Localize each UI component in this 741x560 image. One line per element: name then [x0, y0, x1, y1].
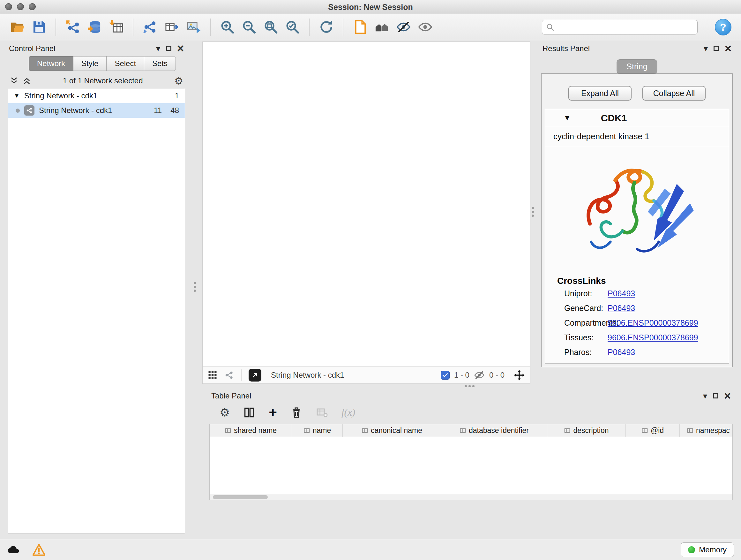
- vertical-splitter-handle[interactable]: [532, 207, 534, 217]
- column-header-name[interactable]: name: [292, 424, 343, 437]
- tab-string[interactable]: String: [616, 59, 657, 74]
- close-window-button[interactable]: [5, 3, 12, 10]
- toggle-glass-effect-button[interactable]: [394, 17, 413, 37]
- status-bar: Memory: [0, 539, 741, 560]
- panel-menu-icon[interactable]: ▾: [703, 392, 707, 400]
- gear-icon[interactable]: ⚙: [174, 76, 183, 86]
- hidden-eye-slash-icon[interactable]: [474, 370, 485, 381]
- panel-close-icon[interactable]: ×: [725, 44, 731, 53]
- crosslinks-title: CrossLinks: [545, 276, 729, 286]
- control-panel-tabs: NetworkStyleSelectSets: [29, 56, 189, 71]
- control-panel: Control Panel ▾ × NetworkStyleSelectSets…: [4, 42, 189, 537]
- zoom-fit-icon: [263, 19, 278, 35]
- column-header-shared-name[interactable]: shared name: [210, 424, 292, 437]
- zoom-out-icon: [242, 19, 257, 35]
- toggle-labels-button[interactable]: [415, 17, 434, 37]
- expand-all-button[interactable]: Expand All: [568, 86, 631, 101]
- scrollbar-thumb[interactable]: [213, 495, 268, 499]
- zoom-out-button[interactable]: [239, 17, 259, 37]
- horizontal-splitter-handle[interactable]: [465, 385, 475, 387]
- table-settings-gear-icon[interactable]: ⚙: [219, 407, 230, 418]
- table-toolbar: ⚙ + f(x): [206, 403, 736, 424]
- crosslink-link[interactable]: P06493: [608, 289, 635, 298]
- grid-view-icon[interactable]: [208, 370, 217, 380]
- minimize-window-button[interactable]: [17, 3, 24, 10]
- warning-icon[interactable]: [32, 544, 45, 556]
- home-button[interactable]: [372, 17, 391, 37]
- network-label: String Network - cdk1: [39, 106, 145, 115]
- control-panel-title: Control Panel: [9, 44, 153, 53]
- protein-section-header[interactable]: ▼ CDK1: [545, 109, 729, 127]
- refresh-view-button[interactable]: [317, 17, 336, 37]
- import-table-file-button[interactable]: [107, 17, 126, 37]
- toolbar-separator: [343, 18, 343, 36]
- protein-structure-image: [573, 151, 701, 272]
- collapse-all-button[interactable]: Collapse All: [643, 86, 705, 101]
- tab-select[interactable]: Select: [107, 56, 144, 71]
- selected-checkbox[interactable]: [441, 371, 450, 380]
- panel-float-icon[interactable]: [166, 46, 172, 51]
- section-caret-icon[interactable]: ▼: [563, 114, 571, 122]
- pan-move-icon[interactable]: [514, 369, 525, 381]
- zoom-in-button[interactable]: [218, 17, 237, 37]
- export-table-button[interactable]: [162, 17, 181, 37]
- network-collection-row[interactable]: ▼ String Network - cdk1 1: [8, 88, 185, 103]
- network-arrows-icon: [143, 19, 158, 35]
- table-horizontal-scrollbar[interactable]: [210, 494, 732, 500]
- panel-menu-icon[interactable]: ▾: [156, 44, 160, 53]
- column-header-description[interactable]: description: [547, 424, 626, 437]
- crosslink-link[interactable]: 9606.ENSP00000378699: [608, 318, 698, 327]
- column-header-database-identifier[interactable]: database identifier: [441, 424, 547, 437]
- panel-float-icon[interactable]: [713, 393, 718, 398]
- crosslink-row: GeneCard:P06493: [545, 301, 729, 315]
- memory-button[interactable]: Memory: [681, 543, 734, 557]
- cloud-icon[interactable]: [7, 545, 20, 555]
- collapse-all-icon[interactable]: [10, 76, 18, 85]
- add-column-button[interactable]: +: [269, 406, 277, 420]
- share-network-icon[interactable]: [224, 370, 234, 380]
- panel-menu-icon[interactable]: ▾: [704, 44, 708, 53]
- open-session-button[interactable]: [8, 17, 27, 37]
- search-icon: [546, 23, 554, 31]
- show-columns-icon[interactable]: [243, 407, 255, 419]
- column-header-label: database identifier: [469, 426, 529, 435]
- maximize-window-button[interactable]: [29, 3, 36, 10]
- open-in-new-window-button[interactable]: [249, 369, 261, 381]
- vertical-splitter-handle[interactable]: [194, 282, 196, 292]
- document-icon: [353, 19, 367, 35]
- tab-style[interactable]: Style: [73, 56, 107, 71]
- search-box[interactable]: [542, 20, 697, 35]
- new-network-from-selection-button[interactable]: [140, 17, 159, 37]
- panel-close-icon[interactable]: ×: [724, 391, 731, 401]
- column-type-icon: [687, 427, 693, 434]
- import-network-database-button[interactable]: [85, 17, 104, 37]
- crosslink-link[interactable]: P06493: [608, 348, 635, 357]
- panel-close-icon[interactable]: ×: [177, 44, 184, 53]
- network-view[interactable]: String Network - cdk1 1 - 0 0 - 0: [202, 42, 530, 384]
- footer-separator: [241, 369, 242, 381]
- crosslink-link[interactable]: P06493: [608, 304, 635, 313]
- copy-document-button[interactable]: [350, 17, 369, 37]
- network-row-selected[interactable]: String Network - cdk1 11 48: [8, 103, 185, 118]
- open-folder-icon: [10, 19, 25, 35]
- delete-column-trash-icon[interactable]: [290, 407, 302, 419]
- column-header-label: canonical name: [371, 426, 422, 435]
- column-header-canonical-name[interactable]: canonical name: [343, 424, 441, 437]
- tab-sets[interactable]: Sets: [144, 56, 176, 71]
- column-header-namespac[interactable]: namespac: [680, 424, 733, 437]
- search-input[interactable]: [557, 23, 693, 32]
- export-image-button[interactable]: [184, 17, 203, 37]
- help-button[interactable]: ?: [715, 19, 731, 36]
- function-builder-icon-disabled: f(x): [341, 407, 355, 418]
- zoom-selected-button[interactable]: [283, 17, 302, 37]
- tree-caret-icon[interactable]: ▼: [14, 92, 20, 99]
- panel-float-icon[interactable]: [714, 46, 719, 51]
- save-session-button[interactable]: [29, 17, 49, 37]
- expand-all-icon[interactable]: [22, 76, 31, 85]
- import-network-file-button[interactable]: [63, 17, 82, 37]
- tab-network[interactable]: Network: [29, 56, 73, 71]
- hidden-count: 0 - 0: [489, 371, 504, 380]
- crosslink-link[interactable]: 9606.ENSP00000378699: [608, 333, 698, 342]
- column-header--id[interactable]: @id: [626, 424, 680, 437]
- zoom-fit-button[interactable]: [261, 17, 280, 37]
